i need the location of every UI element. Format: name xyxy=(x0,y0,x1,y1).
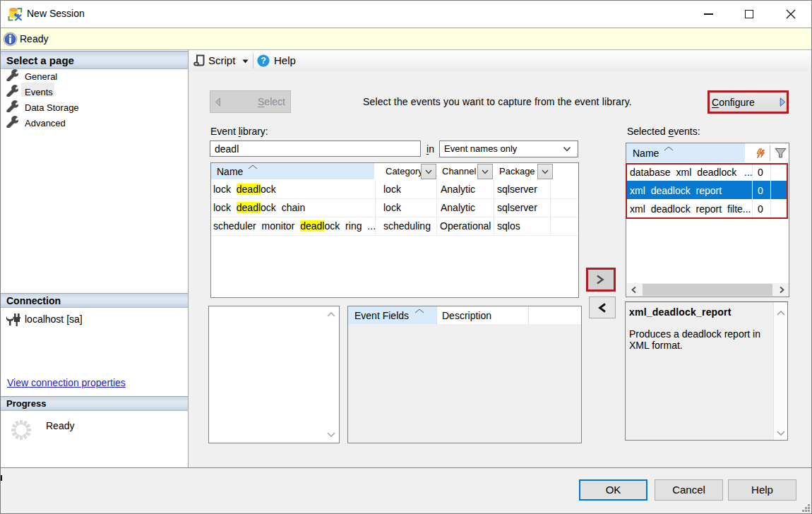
svg-text:?: ? xyxy=(261,56,266,66)
